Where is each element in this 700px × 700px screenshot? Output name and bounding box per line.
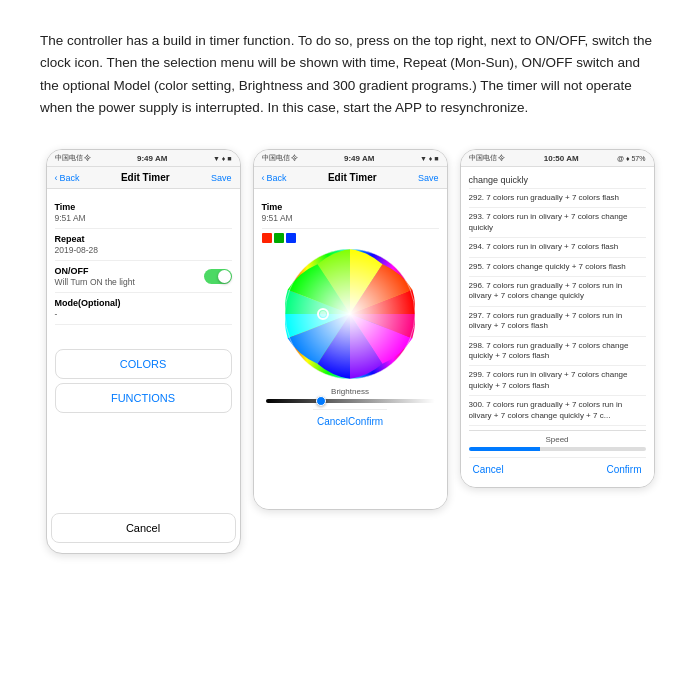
mode-list-item[interactable]: 299. 7 colors run in olivary + 7 colors … bbox=[469, 366, 646, 396]
phone2-save-btn[interactable]: Save bbox=[418, 173, 439, 183]
phone2-nav-title: Edit Timer bbox=[328, 172, 377, 183]
description-text: The controller has a build in timer func… bbox=[40, 30, 660, 119]
brightness-label: Brightness bbox=[266, 387, 435, 396]
phone1-nav-bar: ‹ Back Edit Timer Save bbox=[47, 167, 240, 189]
phone2-time-field: Time 9:51 AM bbox=[262, 197, 439, 229]
phone1-back-btn[interactable]: ‹ Back bbox=[55, 173, 80, 183]
phone3-status-bar: 中国电信 令 10:50 AM @ ♦ 57% bbox=[461, 150, 654, 167]
brightness-section: Brightness bbox=[262, 387, 439, 403]
phone3-icons: @ ♦ 57% bbox=[617, 155, 646, 162]
phone2-time-label: Time bbox=[262, 202, 439, 212]
phone1-body: Time 9:51 AM Repeat 2019-08-28 ON/OFF Wi… bbox=[47, 189, 240, 509]
phone2-back-label: Back bbox=[267, 173, 287, 183]
phone3-carrier: 中国电信 令 bbox=[469, 153, 506, 163]
brightness-slider[interactable] bbox=[266, 399, 435, 403]
mode-list-item[interactable]: 296. 7 colors run gradually + 7 colors r… bbox=[469, 277, 646, 307]
mode-list-item[interactable]: 292. 7 colors run gradually + 7 colors f… bbox=[469, 189, 646, 208]
phone2-carrier: 中国电信 令 bbox=[262, 153, 299, 163]
phone1-back-chevron: ‹ bbox=[55, 173, 58, 183]
phone2-cancel-btn[interactable]: Cancel bbox=[317, 416, 348, 427]
phone1-time-value: 9:51 AM bbox=[55, 213, 232, 223]
phone1-bottom: Cancel bbox=[47, 513, 240, 553]
mode-list-item[interactable]: 298. 7 colors run gradually + 7 colors c… bbox=[469, 337, 646, 367]
phone1-repeat-label: Repeat bbox=[55, 234, 232, 244]
phone1-back-label: Back bbox=[60, 173, 80, 183]
phone3-cancel-btn[interactable]: Cancel bbox=[473, 464, 504, 475]
phone1-mode-field: Mode(Optional) - bbox=[55, 293, 232, 325]
phone1-time-field: Time 9:51 AM bbox=[55, 197, 232, 229]
speed-slider[interactable] bbox=[469, 447, 646, 451]
phones-row: 中国电信 令 9:49 AM ▼ ♦ ■ ‹ Back Edit Timer S… bbox=[40, 149, 660, 554]
phone1-onoff-field: ON/OFF Will Turn ON the light bbox=[55, 261, 232, 293]
svg-point-4 bbox=[320, 311, 326, 317]
phone2-body: Time 9:51 AM bbox=[254, 189, 447, 509]
speed-section: Speed bbox=[469, 430, 646, 451]
phone3-time: 10:50 AM bbox=[544, 154, 579, 163]
phone1-functions-btn[interactable]: FUNCTIONS bbox=[55, 383, 232, 413]
swatch-blue[interactable] bbox=[286, 233, 296, 243]
phone1-carrier: 中国电信 令 bbox=[55, 153, 92, 163]
speed-label: Speed bbox=[469, 435, 646, 444]
phone1-repeat-field: Repeat 2019-08-28 bbox=[55, 229, 232, 261]
phone1-nav-title: Edit Timer bbox=[121, 172, 170, 183]
phone1-time-label: Time bbox=[55, 202, 232, 212]
swatch-row bbox=[262, 233, 296, 243]
phone2-time: 9:49 AM bbox=[344, 154, 374, 163]
phone1-save-btn[interactable]: Save bbox=[211, 173, 232, 183]
phone2-icons: ▼ ♦ ■ bbox=[420, 155, 439, 162]
phone1-onoff-value: Will Turn ON the light bbox=[55, 277, 135, 287]
phone2-back-chevron: ‹ bbox=[262, 173, 265, 183]
phone2-confirm-btn[interactable]: Confirm bbox=[348, 416, 383, 427]
phone1-repeat-value: 2019-08-28 bbox=[55, 245, 232, 255]
phone3-confirm-btn[interactable]: Confirm bbox=[606, 464, 641, 475]
mode-list-item[interactable]: 293. 7 colors run in olivary + 7 colors … bbox=[469, 208, 646, 238]
brightness-handle[interactable] bbox=[316, 396, 326, 406]
color-wheel-svg bbox=[285, 249, 415, 379]
phone1-colors-btn[interactable]: COLORS bbox=[55, 349, 232, 379]
phone1-mode-label: Mode(Optional) bbox=[55, 298, 232, 308]
color-wheel[interactable] bbox=[285, 249, 415, 379]
mode-list: 292. 7 colors run gradually + 7 colors f… bbox=[469, 189, 646, 426]
phone1-icons: ▼ ♦ ■ bbox=[213, 155, 232, 162]
phone-2: 中国电信 令 9:49 AM ▼ ♦ ■ ‹ Back Edit Timer S… bbox=[253, 149, 448, 510]
phone1-time: 9:49 AM bbox=[137, 154, 167, 163]
phone2-status-bar: 中国电信 令 9:49 AM ▼ ♦ ■ bbox=[254, 150, 447, 167]
mode-list-item[interactable]: 294. 7 colors run in olivary + 7 colors … bbox=[469, 238, 646, 257]
phone2-time-value: 9:51 AM bbox=[262, 213, 439, 223]
mode-list-item[interactable]: 295. 7 colors change quickly + 7 colors … bbox=[469, 258, 646, 277]
phone1-cancel-btn[interactable]: Cancel bbox=[51, 513, 236, 543]
phone3-confirm-row: Cancel Confirm bbox=[469, 457, 646, 475]
phone3-body: change quickly 292. 7 colors run gradual… bbox=[461, 167, 654, 487]
swatch-green[interactable] bbox=[274, 233, 284, 243]
phone1-toggle[interactable] bbox=[204, 269, 232, 284]
color-picker-area: Brightness Cancel Confirm bbox=[262, 229, 439, 431]
phone2-nav-bar: ‹ Back Edit Timer Save bbox=[254, 167, 447, 189]
phone2-confirm-row: Cancel Confirm bbox=[313, 409, 387, 427]
phone-3: 中国电信 令 10:50 AM @ ♦ 57% change quickly 2… bbox=[460, 149, 655, 488]
phone1-status-bar: 中国电信 令 9:49 AM ▼ ♦ ■ bbox=[47, 150, 240, 167]
phone-1: 中国电信 令 9:49 AM ▼ ♦ ■ ‹ Back Edit Timer S… bbox=[46, 149, 241, 554]
phone1-mode-value: - bbox=[55, 309, 232, 319]
mode-list-item[interactable]: 300. 7 colors run gradually + 7 colors r… bbox=[469, 396, 646, 426]
swatch-red[interactable] bbox=[262, 233, 272, 243]
phone1-onoff-label: ON/OFF bbox=[55, 266, 135, 276]
phone3-header: change quickly bbox=[469, 175, 646, 189]
svg-point-2 bbox=[285, 249, 415, 379]
mode-list-item[interactable]: 297. 7 colors run gradually + 7 colors r… bbox=[469, 307, 646, 337]
phone2-back-btn[interactable]: ‹ Back bbox=[262, 173, 287, 183]
